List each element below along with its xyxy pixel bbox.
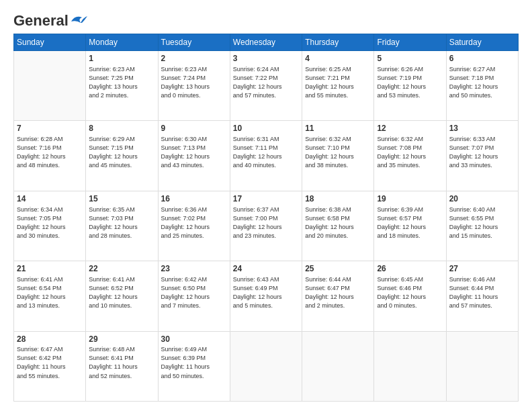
day-number: 8 — [89, 123, 154, 134]
day-info: Sunrise: 6:41 AM Sunset: 6:52 PM Dayligh… — [89, 275, 154, 310]
week-row-0: 1Sunrise: 6:23 AM Sunset: 7:25 PM Daylig… — [14, 51, 519, 121]
day-number: 11 — [305, 123, 371, 134]
day-info: Sunrise: 6:23 AM Sunset: 7:25 PM Dayligh… — [89, 65, 154, 100]
day-number: 2 — [161, 53, 227, 64]
day-info: Sunrise: 6:23 AM Sunset: 7:24 PM Dayligh… — [161, 65, 227, 100]
day-info: Sunrise: 6:44 AM Sunset: 6:47 PM Dayligh… — [305, 275, 371, 310]
day-cell: 24Sunrise: 6:43 AM Sunset: 6:49 PM Dayli… — [230, 261, 302, 331]
day-number: 14 — [17, 193, 83, 205]
day-cell: 7Sunrise: 6:28 AM Sunset: 7:16 PM Daylig… — [14, 121, 86, 191]
day-info: Sunrise: 6:36 AM Sunset: 7:02 PM Dayligh… — [161, 205, 227, 240]
day-number: 10 — [233, 123, 299, 134]
day-number: 5 — [377, 53, 443, 64]
day-info: Sunrise: 6:46 AM Sunset: 6:44 PM Dayligh… — [449, 275, 515, 310]
day-cell: 22Sunrise: 6:41 AM Sunset: 6:52 PM Dayli… — [86, 261, 158, 331]
weekday-header-saturday: Saturday — [446, 34, 518, 51]
page: General SundayMondayTuesdayWednesdayThur… — [0, 0, 532, 411]
day-cell — [14, 51, 86, 121]
day-cell: 5Sunrise: 6:26 AM Sunset: 7:19 PM Daylig… — [374, 51, 446, 121]
day-cell: 17Sunrise: 6:37 AM Sunset: 7:00 PM Dayli… — [230, 191, 302, 261]
day-info: Sunrise: 6:34 AM Sunset: 7:05 PM Dayligh… — [17, 205, 83, 240]
day-cell: 4Sunrise: 6:25 AM Sunset: 7:21 PM Daylig… — [302, 51, 374, 121]
day-number: 3 — [233, 53, 299, 64]
calendar-table: SundayMondayTuesdayWednesdayThursdayFrid… — [13, 34, 519, 402]
day-info: Sunrise: 6:28 AM Sunset: 7:16 PM Dayligh… — [17, 135, 83, 170]
day-number: 17 — [233, 193, 299, 205]
day-info: Sunrise: 6:39 AM Sunset: 6:57 PM Dayligh… — [377, 205, 443, 240]
day-cell: 8Sunrise: 6:29 AM Sunset: 7:15 PM Daylig… — [86, 121, 158, 191]
day-number: 19 — [377, 193, 443, 205]
day-number: 26 — [377, 263, 443, 275]
day-info: Sunrise: 6:40 AM Sunset: 6:55 PM Dayligh… — [449, 205, 515, 240]
day-info: Sunrise: 6:35 AM Sunset: 7:03 PM Dayligh… — [89, 205, 154, 240]
day-info: Sunrise: 6:47 AM Sunset: 6:42 PM Dayligh… — [17, 345, 83, 380]
day-number: 13 — [449, 123, 515, 134]
day-cell: 6Sunrise: 6:27 AM Sunset: 7:18 PM Daylig… — [446, 51, 518, 121]
weekday-header-tuesday: Tuesday — [158, 34, 230, 51]
weekday-header-friday: Friday — [374, 34, 446, 51]
day-cell — [230, 331, 302, 401]
day-cell: 15Sunrise: 6:35 AM Sunset: 7:03 PM Dayli… — [86, 191, 158, 261]
day-info: Sunrise: 6:25 AM Sunset: 7:21 PM Dayligh… — [305, 65, 371, 100]
day-cell: 3Sunrise: 6:24 AM Sunset: 7:22 PM Daylig… — [230, 51, 302, 121]
header: General — [13, 12, 519, 27]
day-cell: 21Sunrise: 6:41 AM Sunset: 6:54 PM Dayli… — [14, 261, 86, 331]
day-cell: 10Sunrise: 6:31 AM Sunset: 7:11 PM Dayli… — [230, 121, 302, 191]
day-number: 6 — [449, 53, 515, 64]
day-number: 16 — [161, 193, 227, 205]
day-cell: 20Sunrise: 6:40 AM Sunset: 6:55 PM Dayli… — [446, 191, 518, 261]
day-cell: 28Sunrise: 6:47 AM Sunset: 6:42 PM Dayli… — [14, 331, 86, 401]
day-info: Sunrise: 6:45 AM Sunset: 6:46 PM Dayligh… — [377, 275, 443, 310]
day-number: 18 — [305, 193, 371, 205]
day-cell: 23Sunrise: 6:42 AM Sunset: 6:50 PM Dayli… — [158, 261, 230, 331]
day-info: Sunrise: 6:27 AM Sunset: 7:18 PM Dayligh… — [449, 65, 515, 100]
day-info: Sunrise: 6:30 AM Sunset: 7:13 PM Dayligh… — [161, 135, 227, 170]
weekday-header-wednesday: Wednesday — [230, 34, 302, 51]
day-number: 24 — [233, 263, 299, 275]
day-number: 7 — [17, 123, 83, 134]
day-info: Sunrise: 6:48 AM Sunset: 6:41 PM Dayligh… — [89, 345, 154, 380]
day-info: Sunrise: 6:49 AM Sunset: 6:39 PM Dayligh… — [161, 345, 227, 380]
day-cell: 16Sunrise: 6:36 AM Sunset: 7:02 PM Dayli… — [158, 191, 230, 261]
day-cell: 11Sunrise: 6:32 AM Sunset: 7:10 PM Dayli… — [302, 121, 374, 191]
week-row-1: 7Sunrise: 6:28 AM Sunset: 7:16 PM Daylig… — [14, 121, 519, 191]
day-info: Sunrise: 6:33 AM Sunset: 7:07 PM Dayligh… — [449, 135, 515, 170]
day-cell: 14Sunrise: 6:34 AM Sunset: 7:05 PM Dayli… — [14, 191, 86, 261]
day-number: 15 — [89, 193, 154, 205]
day-cell: 18Sunrise: 6:38 AM Sunset: 6:58 PM Dayli… — [302, 191, 374, 261]
day-info: Sunrise: 6:37 AM Sunset: 7:00 PM Dayligh… — [233, 205, 299, 240]
day-info: Sunrise: 6:38 AM Sunset: 6:58 PM Dayligh… — [305, 205, 371, 240]
weekday-header-row: SundayMondayTuesdayWednesdayThursdayFrid… — [14, 34, 519, 51]
day-cell: 1Sunrise: 6:23 AM Sunset: 7:25 PM Daylig… — [86, 51, 158, 121]
day-number: 27 — [449, 263, 515, 275]
day-number: 9 — [161, 123, 227, 134]
day-cell: 19Sunrise: 6:39 AM Sunset: 6:57 PM Dayli… — [374, 191, 446, 261]
logo: General — [13, 12, 89, 27]
day-number: 23 — [161, 263, 227, 275]
day-number: 12 — [377, 123, 443, 134]
week-row-4: 28Sunrise: 6:47 AM Sunset: 6:42 PM Dayli… — [14, 331, 519, 401]
day-info: Sunrise: 6:32 AM Sunset: 7:10 PM Dayligh… — [305, 135, 371, 170]
week-row-2: 14Sunrise: 6:34 AM Sunset: 7:05 PM Dayli… — [14, 191, 519, 261]
weekday-header-sunday: Sunday — [14, 34, 86, 51]
day-info: Sunrise: 6:26 AM Sunset: 7:19 PM Dayligh… — [377, 65, 443, 100]
day-info: Sunrise: 6:29 AM Sunset: 7:15 PM Dayligh… — [89, 135, 154, 170]
day-number: 22 — [89, 263, 154, 275]
day-number: 25 — [305, 263, 371, 275]
day-cell — [374, 331, 446, 401]
day-cell: 9Sunrise: 6:30 AM Sunset: 7:13 PM Daylig… — [158, 121, 230, 191]
day-number: 1 — [89, 53, 154, 64]
day-cell: 25Sunrise: 6:44 AM Sunset: 6:47 PM Dayli… — [302, 261, 374, 331]
day-info: Sunrise: 6:24 AM Sunset: 7:22 PM Dayligh… — [233, 65, 299, 100]
day-number: 4 — [305, 53, 371, 64]
day-cell: 27Sunrise: 6:46 AM Sunset: 6:44 PM Dayli… — [446, 261, 518, 331]
weekday-header-monday: Monday — [86, 34, 158, 51]
day-cell: 12Sunrise: 6:32 AM Sunset: 7:08 PM Dayli… — [374, 121, 446, 191]
day-cell — [302, 331, 374, 401]
day-cell: 13Sunrise: 6:33 AM Sunset: 7:07 PM Dayli… — [446, 121, 518, 191]
day-cell: 2Sunrise: 6:23 AM Sunset: 7:24 PM Daylig… — [158, 51, 230, 121]
day-info: Sunrise: 6:41 AM Sunset: 6:54 PM Dayligh… — [17, 275, 83, 310]
day-number: 30 — [161, 334, 227, 345]
day-number: 28 — [17, 334, 83, 345]
day-number: 20 — [449, 193, 515, 205]
